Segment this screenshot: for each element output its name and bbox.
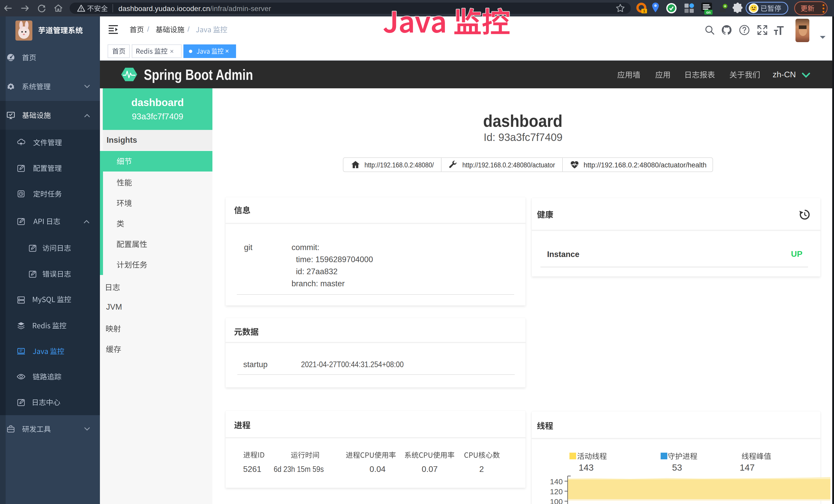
svg-text:on: on [706,10,710,15]
svg-text:1: 1 [643,9,645,13]
